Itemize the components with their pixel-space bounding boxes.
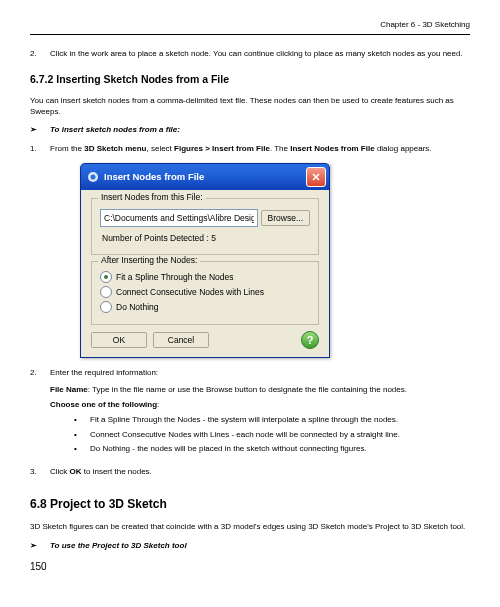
radio-option-lines[interactable]: Connect Consecutive Nodes with Lines: [100, 286, 310, 298]
bullet-icon: •: [70, 430, 90, 441]
radio-option-nothing[interactable]: Do Nothing: [100, 301, 310, 313]
section-intro-68: 3D Sketch figures can be created that co…: [30, 522, 470, 533]
step-1: 1. From the 3D Sketch menu, select Figur…: [30, 144, 470, 155]
list-body: Enter the required information: File Nam…: [50, 368, 470, 459]
triangle-bullet-icon: ➢: [30, 125, 50, 136]
bullet-item: • Do Nothing - the nodes will be placed …: [70, 444, 470, 455]
help-button[interactable]: ?: [301, 331, 319, 349]
insert-nodes-dialog: Insert Nodes from File Insert Nodes from…: [80, 163, 330, 358]
svg-point-1: [91, 174, 96, 179]
bullet-item: • Connect Consecutive Nodes with Lines -…: [70, 430, 470, 441]
chapter-header: Chapter 6 - 3D Sketching: [30, 20, 470, 35]
file-path-input[interactable]: [100, 209, 258, 227]
text-bold: Choose one of the following: [50, 400, 157, 409]
radio-icon: [100, 286, 112, 298]
bullet-text: Do Nothing - the nodes will be placed in…: [90, 444, 367, 455]
text-bold: Insert Nodes from File: [290, 144, 374, 153]
text-bold: OK: [70, 467, 82, 476]
text: Enter the required information:: [50, 368, 470, 379]
file-group: Insert Nodes from this File: Browse... N…: [91, 198, 319, 255]
list-body: From the 3D Sketch menu, select Figures …: [50, 144, 470, 155]
dialog-icon: [86, 170, 100, 184]
triangle-bullet-icon: ➢: [30, 541, 50, 552]
close-icon: [312, 173, 320, 181]
text: . The: [270, 144, 290, 153]
list-number: 3.: [30, 467, 50, 478]
dialog-titlebar: Insert Nodes from File: [80, 163, 330, 190]
filename-line: File Name: Type in the file name or use …: [50, 385, 470, 396]
num-points-label: Number of Points Detected : 5: [102, 233, 310, 244]
text: :: [157, 400, 159, 409]
text: to insert the nodes.: [82, 467, 152, 476]
text-bold: Figures > Insert from File: [174, 144, 270, 153]
dialog-title: Insert Nodes from File: [104, 171, 306, 184]
sub-heading-project: ➢ To use the Project to 3D Sketch tool: [30, 541, 470, 552]
list-number: 1.: [30, 144, 50, 155]
step-2: 2. Enter the required information: File …: [30, 368, 470, 459]
page-number: 150: [30, 560, 470, 574]
close-button[interactable]: [306, 167, 326, 187]
sub-heading-text: To use the Project to 3D Sketch tool: [50, 541, 187, 552]
radio-icon: [100, 301, 112, 313]
dialog-screenshot: Insert Nodes from File Insert Nodes from…: [80, 163, 470, 358]
bullet-icon: •: [70, 415, 90, 426]
ok-button[interactable]: OK: [91, 332, 147, 348]
bullet-list: • Fit a Spline Through the Nodes - the s…: [50, 415, 470, 455]
radio-label: Connect Consecutive Nodes with Lines: [116, 287, 264, 298]
section-heading-672: 6.7.2 Inserting Sketch Nodes from a File: [30, 72, 470, 86]
sub-heading-insert: ➢ To insert sketch nodes from a file:: [30, 125, 470, 136]
text: , select: [146, 144, 174, 153]
path-row: Browse...: [100, 209, 310, 227]
bullet-item: • Fit a Spline Through the Nodes - the s…: [70, 415, 470, 426]
section-intro: You can insert sketch nodes from a comma…: [30, 96, 470, 118]
sub-heading-text: To insert sketch nodes from a file:: [50, 125, 180, 136]
list-body: Click OK to insert the nodes.: [50, 467, 470, 478]
radio-icon: [100, 271, 112, 283]
bullet-text: Connect Consecutive Nodes with Lines - e…: [90, 430, 400, 441]
text: : Type in the file name or use the Brows…: [88, 385, 407, 394]
text: From the: [50, 144, 84, 153]
list-item-2: 2. Click in the work area to place a ske…: [30, 49, 470, 60]
list-number: 2.: [30, 49, 50, 60]
choose-line: Choose one of the following:: [50, 400, 470, 411]
radio-label: Do Nothing: [116, 302, 159, 313]
page: Chapter 6 - 3D Sketching 2. Click in the…: [0, 0, 500, 593]
dialog-body: Insert Nodes from this File: Browse... N…: [80, 190, 330, 358]
list-number: 2.: [30, 368, 50, 459]
list-body: Click in the work area to place a sketch…: [50, 49, 470, 60]
text: dialog appears.: [375, 144, 432, 153]
browse-button[interactable]: Browse...: [261, 210, 310, 226]
after-group: After Inserting the Nodes: Fit a Spline …: [91, 261, 319, 325]
radio-option-spline[interactable]: Fit a Spline Through the Nodes: [100, 271, 310, 283]
button-row: OK Cancel ?: [91, 331, 319, 349]
group-label: After Inserting the Nodes:: [98, 255, 200, 266]
bullet-text: Fit a Spline Through the Nodes - the sys…: [90, 415, 398, 426]
section-heading-68: 6.8 Project to 3D Sketch: [30, 496, 470, 512]
cancel-button[interactable]: Cancel: [153, 332, 209, 348]
text: Click: [50, 467, 70, 476]
bullet-icon: •: [70, 444, 90, 455]
text-bold: File Name: [50, 385, 88, 394]
group-label: Insert Nodes from this File:: [98, 192, 206, 203]
radio-label: Fit a Spline Through the Nodes: [116, 272, 234, 283]
step-3: 3. Click OK to insert the nodes.: [30, 467, 470, 478]
text-bold: 3D Sketch menu: [84, 144, 146, 153]
